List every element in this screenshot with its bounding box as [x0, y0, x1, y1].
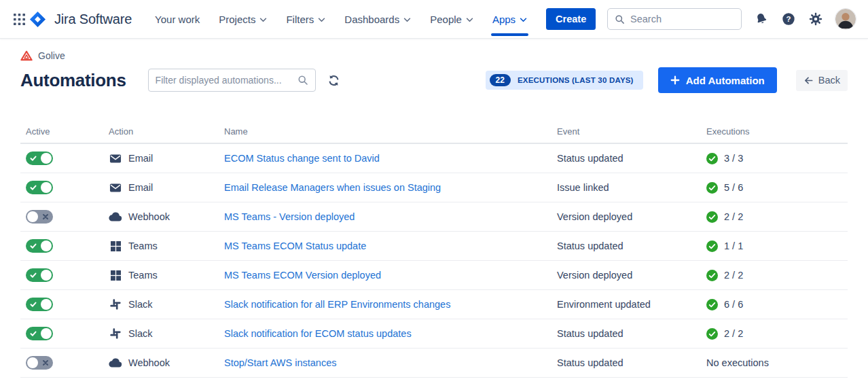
- jira-logo-icon: [29, 11, 46, 28]
- create-button[interactable]: Create: [546, 8, 596, 30]
- success-check-icon: [706, 240, 718, 252]
- nav-item-dashboards[interactable]: Dashboards: [335, 0, 420, 39]
- table-row: Webhook MS Teams - Version deployed Vers…: [20, 202, 848, 232]
- action-label: Slack: [128, 328, 152, 339]
- active-toggle[interactable]: [26, 152, 53, 165]
- chevron-down-icon: [403, 18, 411, 22]
- active-toggle[interactable]: [26, 181, 53, 194]
- executions-value: No executions: [706, 357, 769, 368]
- action-label: Teams: [128, 240, 158, 251]
- svg-text:?: ?: [786, 15, 791, 23]
- golive-breadcrumb[interactable]: Golive: [20, 50, 65, 61]
- action-label: Email: [128, 182, 153, 193]
- nav-item-your-work[interactable]: Your work: [145, 0, 209, 39]
- executions-value: 2 / 2: [724, 270, 743, 281]
- executions-value: 2 / 2: [724, 211, 743, 222]
- table-row: Email Email Release Managers when issues…: [20, 173, 848, 202]
- automation-name-link[interactable]: MS Teams ECOM Version deployed: [224, 270, 381, 281]
- active-toggle[interactable]: [26, 268, 53, 282]
- toggle-check-icon: [30, 301, 37, 308]
- toggle-knob: [41, 270, 52, 281]
- toggle-check-icon: [30, 243, 37, 249]
- toggle-knob: [41, 182, 52, 193]
- automations-table: Active Action Name Event Executions Emai…: [20, 126, 848, 378]
- teams-icon: [109, 270, 122, 281]
- search-icon: [615, 14, 625, 24]
- slack-icon: [109, 328, 122, 339]
- add-automation-button[interactable]: Add Automation: [658, 67, 777, 93]
- active-toggle[interactable]: [26, 298, 53, 311]
- filter-box[interactable]: [148, 69, 316, 92]
- page-header: Automations 2: [20, 67, 848, 94]
- executions-value: 1 / 1: [724, 240, 743, 251]
- active-toggle[interactable]: [26, 239, 53, 253]
- teams-icon: [109, 241, 122, 251]
- event-label: Version deployed: [557, 211, 632, 222]
- success-check-icon: [706, 153, 718, 164]
- table-body: Email ECOM Status change sent to David S…: [20, 144, 848, 378]
- column-header-executions: Executions: [706, 126, 848, 137]
- settings-gear-icon[interactable]: [808, 12, 823, 26]
- action-label: Webhook: [128, 211, 170, 222]
- user-avatar[interactable]: [835, 9, 856, 29]
- help-icon[interactable]: ?: [781, 12, 796, 26]
- toggle-check-icon: [30, 155, 37, 162]
- golive-logo-icon: [20, 50, 33, 61]
- column-header-active: Active: [20, 126, 109, 137]
- executions-value: 3 / 3: [724, 153, 743, 164]
- executions-summary-badge[interactable]: 22 EXECUTIONS (LAST 30 DAYS): [486, 71, 643, 90]
- toggle-knob: [41, 153, 52, 164]
- chevron-down-icon: [259, 18, 267, 22]
- table-row: Slack Slack notification for all ERP Env…: [20, 290, 848, 319]
- nav-item-apps[interactable]: Apps: [483, 0, 537, 39]
- toggle-knob: [41, 299, 52, 310]
- automation-name-link[interactable]: Slack notification for ECOM status updat…: [224, 328, 412, 339]
- search-icon: [297, 75, 308, 86]
- filter-input[interactable]: [156, 75, 297, 86]
- column-header-event: Event: [557, 126, 706, 137]
- global-search[interactable]: [607, 8, 742, 30]
- executions-value: 5 / 6: [724, 182, 743, 193]
- automation-name-link[interactable]: MS Teams ECOM Status update: [224, 240, 366, 251]
- active-toggle[interactable]: [26, 356, 53, 370]
- primary-nav: Your work Projects Filters Dashboards Pe…: [145, 0, 537, 39]
- toggle-knob: [41, 328, 52, 339]
- action-label: Email: [128, 153, 153, 164]
- toggle-knob: [27, 357, 38, 368]
- executions-label: EXECUTIONS (LAST 30 DAYS): [518, 76, 634, 84]
- table-row: Email ECOM Status change sent to David S…: [20, 144, 848, 173]
- action-label: Slack: [128, 299, 152, 310]
- event-label: Environment updated: [557, 299, 651, 310]
- slack-icon: [109, 299, 122, 310]
- success-check-icon: [706, 270, 718, 281]
- table-row: Teams MS Teams ECOM Status update Status…: [20, 232, 848, 261]
- table-row: Webhook Stop/Start AWS instances Status …: [20, 349, 848, 378]
- success-check-icon: [706, 299, 718, 310]
- page-title: Automations: [20, 70, 126, 91]
- refresh-button[interactable]: [325, 72, 342, 89]
- automation-name-link[interactable]: Stop/Start AWS instances: [224, 357, 336, 368]
- event-label: Status updated: [557, 328, 623, 339]
- automation-name-link[interactable]: Slack notification for all ERP Environme…: [224, 299, 450, 310]
- nav-item-people[interactable]: People: [420, 0, 483, 39]
- event-label: Status updated: [557, 357, 623, 368]
- toggle-x-icon: [42, 213, 49, 220]
- breadcrumb-label: Golive: [38, 50, 65, 61]
- chevron-down-icon: [466, 18, 473, 22]
- back-button[interactable]: Back: [796, 70, 848, 91]
- automation-name-link[interactable]: Email Release Managers when issues on St…: [224, 182, 441, 193]
- brand[interactable]: Jira Software: [29, 11, 132, 28]
- nav-item-projects[interactable]: Projects: [209, 0, 276, 39]
- action-label: Teams: [128, 270, 158, 281]
- automation-name-link[interactable]: MS Teams - Version deployed: [224, 211, 355, 222]
- active-toggle[interactable]: [26, 210, 53, 224]
- app-switcher-icon[interactable]: [14, 14, 25, 25]
- active-toggle[interactable]: [26, 327, 53, 340]
- global-search-input[interactable]: [630, 14, 734, 24]
- top-navigation-bar: Jira Software Your work Projects Filters…: [0, 0, 868, 39]
- product-name: Jira Software: [54, 12, 132, 27]
- nav-item-filters[interactable]: Filters: [276, 0, 335, 39]
- notifications-bell-icon[interactable]: [754, 12, 769, 26]
- table-header: Active Action Name Event Executions: [20, 126, 848, 144]
- automation-name-link[interactable]: ECOM Status change sent to David: [224, 153, 380, 164]
